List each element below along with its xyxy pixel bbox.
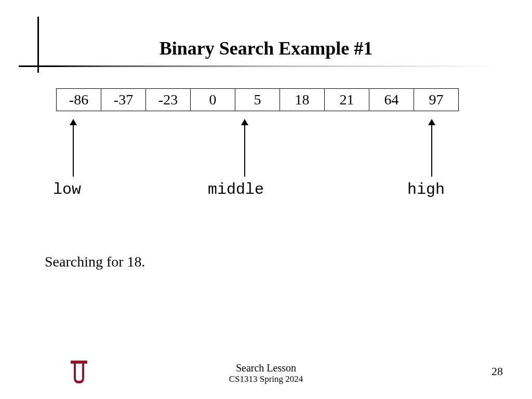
array-cell: -37 [101, 89, 146, 111]
array-table: -86 -37 -23 0 5 18 21 64 97 [56, 88, 459, 111]
array-cell: 0 [191, 89, 235, 111]
array-cell: -23 [146, 89, 191, 111]
search-caption: Searching for 18. [45, 254, 145, 270]
array-cell: 21 [325, 89, 369, 111]
decor-horizontal-line [19, 65, 497, 67]
arrow-high [431, 119, 432, 177]
array-cell: 18 [280, 89, 325, 111]
footer-course: CS1313 Spring 2024 [0, 374, 532, 384]
arrow-low [73, 119, 74, 177]
footer-lesson: Search Lesson [0, 362, 532, 374]
array-cell: 5 [235, 89, 280, 111]
slide-title: Binary Search Example #1 [0, 37, 532, 59]
page-number: 28 [491, 365, 503, 378]
pointer-label-high: high [407, 181, 445, 198]
array-cell: 64 [369, 89, 414, 111]
pointer-label-low: low [53, 181, 81, 198]
arrow-middle [244, 119, 245, 177]
array-cell: -86 [57, 89, 101, 111]
array-cell: 97 [414, 89, 459, 111]
pointer-label-middle: middle [208, 181, 264, 198]
